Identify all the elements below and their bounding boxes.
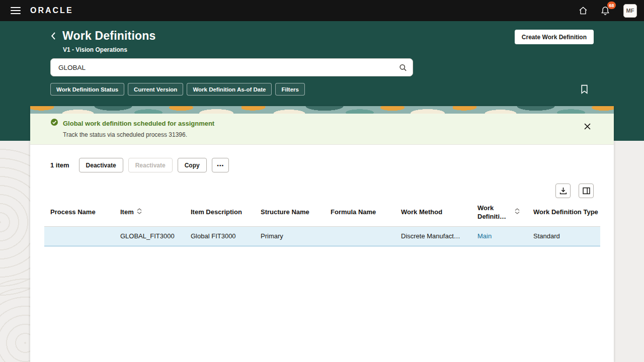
copy-button[interactable]: Copy: [178, 158, 207, 172]
menu-icon[interactable]: [7, 2, 24, 19]
page-title: Work Definitions: [62, 29, 156, 43]
work-definitions-table: Process Name Item Item Description Struc…: [44, 202, 600, 246]
notifications-bell-icon[interactable]: 68: [599, 5, 611, 17]
cell-item: GLOBAL_FIT3000: [114, 226, 185, 246]
chip-as-of-date[interactable]: Work Definition As-of Date: [187, 83, 272, 96]
topbar-actions: 68 MF: [577, 4, 637, 18]
bookmark-icon[interactable]: [579, 83, 590, 97]
cell-process-name: [44, 226, 114, 246]
cell-work-method: Discrete Manufact…: [395, 226, 471, 246]
back-chevron-icon[interactable]: [49, 31, 57, 41]
page-background: Work Definitions V1 - Vision Operations …: [0, 21, 644, 362]
search-icon[interactable]: [396, 60, 410, 74]
table-header-row: Process Name Item Item Description Struc…: [44, 202, 600, 226]
deactivate-button[interactable]: Deactivate: [79, 158, 123, 172]
decorative-pattern-strip: [30, 106, 614, 114]
home-icon[interactable]: [577, 5, 589, 17]
more-actions-button[interactable]: ⋯: [212, 158, 229, 172]
org-subtitle: V1 - Vision Operations: [63, 46, 127, 53]
chip-current-version[interactable]: Current Version: [128, 83, 183, 96]
sort-icon[interactable]: [515, 208, 520, 217]
col-item[interactable]: Item: [114, 202, 185, 226]
chip-filters[interactable]: Filters: [275, 83, 305, 96]
global-topbar: ORACLE 68 MF: [0, 0, 644, 21]
cell-work-definition-type: Standard: [527, 226, 600, 246]
oracle-logo: ORACLE: [30, 6, 73, 15]
page-header: Work Definitions: [49, 29, 156, 43]
avatar[interactable]: MF: [623, 4, 637, 18]
col-work-definition-name[interactable]: Work Definiti…: [471, 202, 527, 226]
search-input[interactable]: [50, 58, 413, 76]
col-structure-name[interactable]: Structure Name: [255, 202, 325, 226]
search-bar: [50, 58, 413, 76]
cell-structure-name: Primary: [255, 226, 325, 246]
reactivate-button[interactable]: Reactivate: [128, 158, 173, 172]
chip-work-definition-status[interactable]: Work Definition Status: [50, 83, 124, 96]
cell-item-description: Global FIT3000: [185, 226, 255, 246]
cell-work-definition-name: Main: [471, 226, 527, 246]
success-banner: Global work definition scheduled for ass…: [30, 114, 614, 145]
work-definition-link[interactable]: Main: [477, 232, 492, 240]
col-process-name[interactable]: Process Name: [44, 202, 114, 226]
download-icon[interactable]: [555, 184, 571, 198]
app-screen: ORACLE 68 MF Work Definitions V1 - Visio…: [0, 0, 644, 362]
selection-toolbar: 1 item Deactivate Reactivate Copy ⋯: [50, 158, 594, 172]
sort-icon[interactable]: [137, 208, 142, 217]
manage-columns-icon[interactable]: [579, 184, 594, 198]
create-work-definition-button[interactable]: Create Work Definition: [515, 30, 594, 44]
banner-title: Global work definition scheduled for ass…: [63, 120, 214, 127]
table-row[interactable]: GLOBAL_FIT3000 Global FIT3000 Primary Di…: [44, 226, 600, 246]
col-formula-name[interactable]: Formula Name: [325, 202, 395, 226]
notification-badge: 68: [607, 2, 616, 9]
cell-formula-name: [325, 226, 395, 246]
success-check-icon: [50, 118, 58, 128]
results-card: Global work definition scheduled for ass…: [30, 106, 614, 362]
banner-message: Track the status via scheduled process 3…: [63, 131, 594, 138]
item-count: 1 item: [50, 161, 69, 169]
col-item-description[interactable]: Item Description: [185, 202, 255, 226]
col-work-method[interactable]: Work Method: [395, 202, 471, 226]
col-work-definition-type[interactable]: Work Definition Type: [527, 202, 600, 226]
filter-chip-row: Work Definition Status Current Version W…: [50, 83, 305, 96]
table-actions: [50, 184, 594, 198]
close-icon[interactable]: [582, 121, 593, 133]
